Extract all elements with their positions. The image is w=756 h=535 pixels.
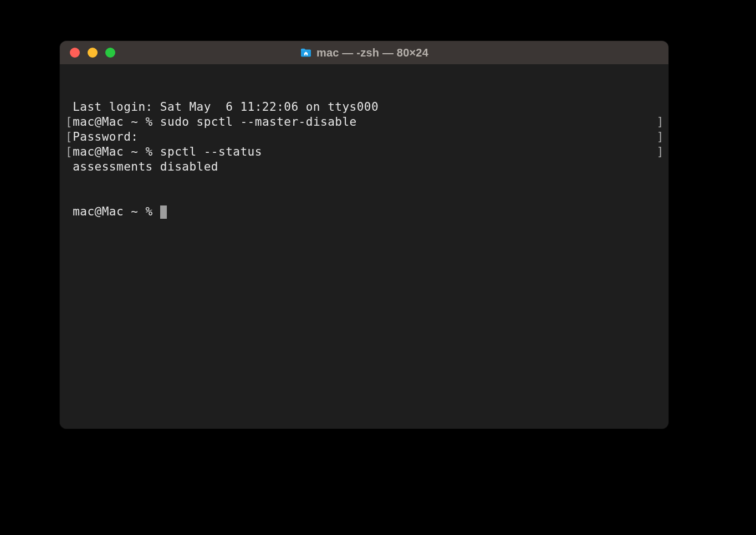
line-bracket-left: [ (65, 130, 73, 145)
terminal-window[interactable]: mac — -zsh — 80×24 Last login: Sat May 6… (60, 41, 668, 429)
line-bracket-left: [ (65, 115, 73, 130)
line-bracket-left: [ (65, 145, 73, 160)
terminal-line: Last login: Sat May 6 11:22:06 on ttys00… (65, 100, 664, 115)
terminal-line-text: mac@Mac ~ % sudo spctl --master-disable (73, 115, 664, 130)
terminal-line: [Password:] (65, 130, 664, 145)
terminal-prompt-line[interactable]: mac@Mac ~ % (65, 204, 664, 219)
terminal-line-text: assessments disabled (65, 160, 664, 174)
terminal-line: [mac@Mac ~ % sudo spctl --master-disable… (65, 115, 664, 130)
minimize-button[interactable] (88, 48, 98, 58)
cursor (160, 205, 167, 219)
line-bracket-right: ] (657, 145, 664, 160)
terminal-prompt: mac@Mac ~ % (65, 205, 160, 218)
traffic-lights (60, 48, 115, 58)
close-button[interactable] (70, 48, 80, 58)
home-folder-icon (300, 48, 312, 58)
line-bracket-right: ] (657, 130, 664, 145)
terminal-line-text: Last login: Sat May 6 11:22:06 on ttys00… (65, 100, 664, 115)
terminal-line-text: Password: (73, 130, 664, 145)
terminal-body[interactable]: Last login: Sat May 6 11:22:06 on ttys00… (60, 64, 668, 429)
terminal-line: assessments disabled (65, 160, 664, 174)
terminal-output: Last login: Sat May 6 11:22:06 on ttys00… (65, 100, 664, 174)
maximize-button[interactable] (105, 48, 115, 58)
window-title-container: mac — -zsh — 80×24 (60, 47, 668, 59)
line-bracket-right: ] (657, 115, 664, 130)
terminal-line: [mac@Mac ~ % spctl --status] (65, 145, 664, 160)
window-title: mac — -zsh — 80×24 (316, 47, 428, 59)
titlebar[interactable]: mac — -zsh — 80×24 (60, 41, 668, 64)
terminal-line-text: mac@Mac ~ % spctl --status (73, 145, 664, 160)
